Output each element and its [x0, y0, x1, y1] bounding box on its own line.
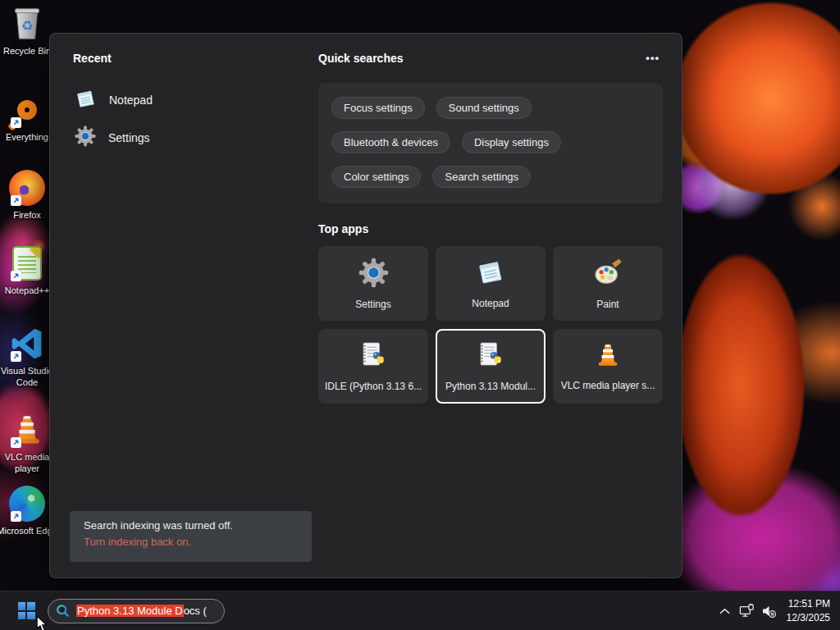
shortcut-arrow-icon [11, 351, 21, 362]
recent-heading: Recent [73, 52, 294, 65]
top-app-label: IDLE (Python 3.13 6... [325, 381, 422, 392]
settings-gear-icon [75, 126, 96, 150]
shortcut-arrow-icon [11, 511, 21, 522]
tray-volume-muted-icon[interactable] [758, 595, 780, 628]
recent-item-label: Settings [108, 131, 150, 144]
recent-item-label: Notepad [109, 94, 153, 107]
quick-searches-heading: Quick searches [318, 52, 404, 65]
search-flyout-panel: Recent Notepad [49, 33, 682, 578]
quick-search-pill-color-settings[interactable]: Color settings [331, 166, 421, 188]
desktop-icon-label: Recycle Bin [3, 46, 51, 57]
firefox-icon [7, 168, 47, 208]
quick-search-pill-focus-settings[interactable]: Focus settings [331, 97, 425, 119]
top-app-tile-paint[interactable]: Paint [553, 246, 663, 321]
more-options-button[interactable]: ••• [642, 52, 663, 64]
everything-search-icon [7, 90, 47, 130]
recycle-bin-icon: ♻ [7, 4, 47, 43]
top-app-label: VLC media player s... [561, 380, 655, 391]
python-doc-icon [476, 340, 505, 373]
search-text-highlighted: Python 3.13 Module D [76, 605, 184, 617]
indexing-notice: Search indexing was turned off. Turn ind… [70, 511, 312, 562]
clock-time: 12:51 PM [787, 597, 830, 610]
desktop-icon-label: Notepad++ [5, 285, 49, 297]
notepad-icon [75, 88, 97, 113]
quick-search-pill-sound-settings[interactable]: Sound settings [436, 97, 532, 119]
desktop-icon-label: Firefox [13, 210, 41, 221]
tray-chevron-up-icon[interactable] [714, 595, 736, 628]
top-app-label: Notepad [472, 298, 509, 309]
windows-logo-icon [18, 602, 35, 619]
settings-gear-icon [358, 258, 389, 291]
screen: ♻ Recycle Bin Everything Firefox [0, 0, 840, 630]
taskbar-search-box[interactable]: Python 3.13 Module Docs ( [48, 599, 225, 623]
vlc-cone-icon [7, 410, 47, 450]
vlc-cone-icon [594, 341, 622, 372]
top-app-label: Python 3.13 Modul... [445, 381, 536, 392]
notepad-icon [476, 258, 505, 290]
search-input-text: Python 3.13 Module Docs ( [76, 605, 207, 617]
search-text-rest: ocs ( [184, 605, 207, 617]
quick-search-pill-bluetooth-devices[interactable]: Bluetooth & devices [331, 131, 450, 153]
top-apps-grid: Settings Notepad [318, 246, 663, 404]
recent-item-notepad[interactable]: Notepad [73, 81, 294, 119]
notepad-plus-plus-icon [7, 244, 47, 283]
desktop-icon-label: Everything [6, 132, 48, 144]
top-app-label: Paint [596, 299, 619, 310]
top-app-tile-idle-python[interactable]: IDLE (Python 3.13 6... [318, 329, 428, 404]
top-apps-heading: Top apps [318, 222, 368, 235]
quick-search-pill-search-settings[interactable]: Search settings [432, 166, 531, 188]
shortcut-arrow-icon [11, 195, 21, 206]
taskbar-clock[interactable]: 12:51 PM 12/3/2025 [787, 597, 830, 623]
tray-network-icon[interactable] [736, 595, 758, 628]
shortcut-arrow-icon [11, 437, 21, 448]
quick-searches-header: Quick searches ••• [318, 52, 663, 65]
edge-icon [7, 484, 47, 523]
start-button[interactable] [11, 595, 41, 628]
vscode-icon [7, 324, 47, 363]
top-app-tile-vlc[interactable]: VLC media player s... [553, 329, 663, 404]
shortcut-arrow-icon [11, 271, 21, 281]
top-app-tile-settings[interactable]: Settings [318, 246, 428, 321]
paint-palette-icon [593, 258, 623, 291]
search-icon [56, 604, 70, 618]
svg-text:♻: ♻ [21, 18, 34, 33]
quick-search-pill-display-settings[interactable]: Display settings [462, 131, 561, 153]
python-doc-icon [358, 340, 388, 373]
quick-searches-card: Focus settings Sound settings Bluetooth … [318, 83, 663, 203]
taskbar: Python 3.13 Module Docs ( [0, 591, 840, 630]
clock-date: 12/3/2025 [787, 611, 830, 624]
indexing-notice-message: Search indexing was turned off. [84, 519, 298, 532]
recent-section: Recent Notepad [73, 52, 294, 157]
turn-indexing-on-link[interactable]: Turn indexing back on. [84, 536, 298, 548]
system-tray: 12:51 PM 12/3/2025 [714, 595, 840, 628]
top-app-tile-python-module-docs[interactable]: Python 3.13 Modul... [436, 329, 546, 404]
top-app-label: Settings [355, 299, 390, 310]
top-app-tile-notepad[interactable]: Notepad [436, 246, 546, 321]
shortcut-arrow-icon [11, 117, 21, 128]
recent-item-settings[interactable]: Settings [73, 119, 294, 157]
